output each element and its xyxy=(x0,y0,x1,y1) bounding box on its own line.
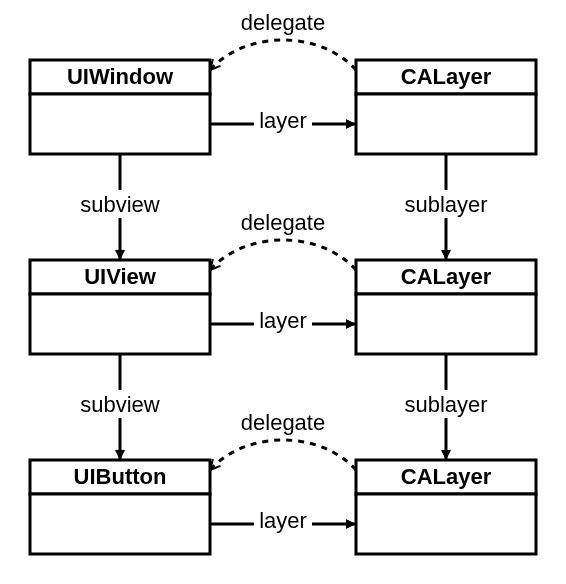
class-diagram: UIWindow CALayer UIView CALayer UIButton… xyxy=(0,0,566,584)
class-box-calayer-1: CALayer xyxy=(356,60,536,154)
edge-label-delegate-2: delegate xyxy=(241,210,325,235)
edge-label-subview-2: subview xyxy=(80,392,160,417)
edge-layer-1: layer xyxy=(210,106,356,134)
edge-label-delegate-3: delegate xyxy=(241,410,325,435)
edge-delegate-1: delegate xyxy=(210,10,356,70)
edge-label-layer-3: layer xyxy=(259,508,307,533)
svg-rect-1 xyxy=(30,94,210,154)
class-box-uiview: UIView xyxy=(30,260,210,354)
class-name-uiwindow: UIWindow xyxy=(67,64,174,89)
class-box-uibutton: UIButton xyxy=(30,460,210,554)
svg-rect-9 xyxy=(30,494,210,554)
svg-rect-3 xyxy=(356,94,536,154)
edge-label-delegate-1: delegate xyxy=(241,10,325,35)
svg-rect-7 xyxy=(356,294,536,354)
class-name-calayer-2: CALayer xyxy=(401,264,492,289)
edge-label-subview-1: subview xyxy=(80,192,160,217)
edge-label-sublayer-2: sublayer xyxy=(404,392,487,417)
edge-sublayer-2: sublayer xyxy=(392,354,500,460)
edge-delegate-3: delegate xyxy=(210,410,356,470)
svg-rect-5 xyxy=(30,294,210,354)
edge-subview-2: subview xyxy=(70,354,170,460)
class-box-calayer-3: CALayer xyxy=(356,460,536,554)
edge-delegate-2: delegate xyxy=(210,210,356,270)
edge-label-layer-1: layer xyxy=(259,108,307,133)
class-box-calayer-2: CALayer xyxy=(356,260,536,354)
edge-label-sublayer-1: sublayer xyxy=(404,192,487,217)
class-name-uibutton: UIButton xyxy=(74,464,167,489)
class-name-calayer-1: CALayer xyxy=(401,64,492,89)
edge-layer-2: layer xyxy=(210,306,356,334)
class-box-uiwindow: UIWindow xyxy=(30,60,210,154)
edge-sublayer-1: sublayer xyxy=(392,154,500,260)
class-name-uiview: UIView xyxy=(84,264,157,289)
svg-rect-11 xyxy=(356,494,536,554)
class-name-calayer-3: CALayer xyxy=(401,464,492,489)
edge-subview-1: subview xyxy=(70,154,170,260)
edge-label-layer-2: layer xyxy=(259,308,307,333)
edge-layer-3: layer xyxy=(210,506,356,534)
